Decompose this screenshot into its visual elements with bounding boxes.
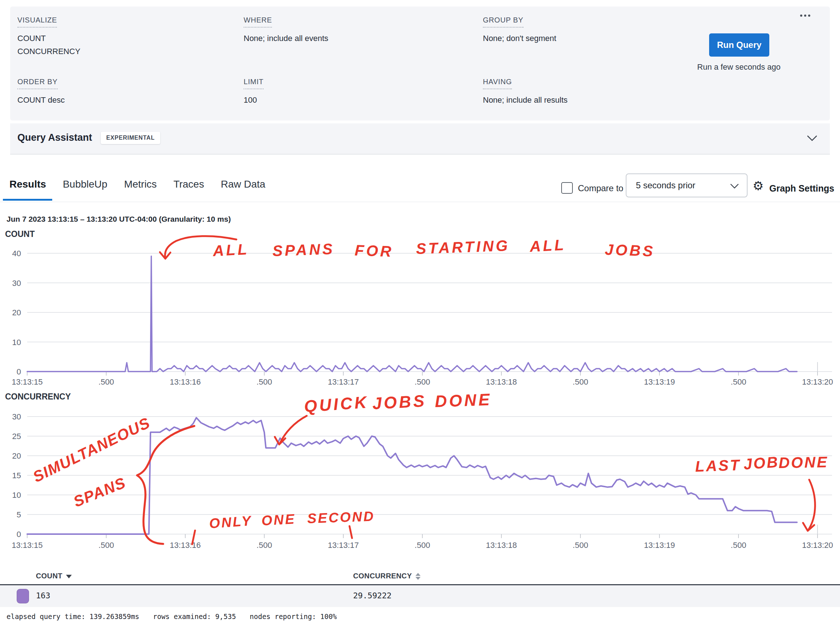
x-axis-tick-label: .500 (257, 541, 272, 550)
results-tabbar: Results BubbleUp Metrics Traces Raw Data (9, 178, 265, 190)
x-axis-tick-label: .500 (415, 377, 430, 387)
order-by-value[interactable]: COUNT desc (17, 94, 64, 107)
x-axis-tick-label: 13:13:17 (328, 541, 359, 550)
x-axis-tick-label: .500 (731, 377, 747, 387)
count-cell: 163 (36, 591, 50, 600)
handwritten-stroke (280, 416, 307, 443)
query-assistant-title: Query Assistant (17, 132, 92, 143)
having-section: HAVING None; include all results (483, 78, 568, 107)
where-value[interactable]: None; include all events (243, 32, 329, 45)
y-axis-tick-label: 20 (12, 451, 21, 460)
chevron-down-icon[interactable] (806, 135, 817, 143)
y-axis-tick-label: 5 (17, 510, 21, 519)
count-chart: 01020304013:13:15.50013:13:16.50013:13:1… (12, 249, 833, 387)
handwritten-stroke (275, 437, 285, 445)
visualize-value-count[interactable]: COUNT (17, 32, 81, 45)
handwritten-word: ONLY (209, 513, 253, 531)
visualize-section: VISUALIZE COUNT CONCURRENCY (17, 16, 81, 58)
query-builder-panel: VISUALIZE COUNT CONCURRENCY WHERE None; … (10, 6, 830, 120)
count-series-line (27, 256, 797, 371)
tab-traces[interactable]: Traces (173, 178, 204, 190)
handwritten-stroke (160, 252, 170, 259)
run-query-button[interactable]: Run Query (709, 34, 769, 57)
having-value[interactable]: None; include all results (483, 94, 568, 107)
where-section: WHERE None; include all events (243, 16, 329, 45)
x-axis-tick-label: 13:13:17 (328, 377, 359, 387)
sort-icon (415, 573, 421, 580)
x-axis-tick-label: 13:13:19 (644, 541, 675, 550)
handwritten-word: JOB (743, 453, 779, 473)
query-results-page: VISUALIZE COUNT CONCURRENCY WHERE None; … (0, 0, 840, 623)
handwritten-word: ONE (261, 511, 296, 528)
tab-raw-data[interactable]: Raw Data (221, 178, 265, 190)
query-stats-footer: elapsed query time: 139.263859ms rows ex… (6, 612, 337, 620)
y-axis-tick-label: 20 (12, 308, 21, 317)
chevron-down-icon (730, 184, 739, 190)
x-axis-tick-label: 13:13:16 (170, 377, 201, 387)
handwritten-word: ALL (529, 236, 566, 255)
sort-desc-icon (66, 575, 72, 578)
tab-results[interactable]: Results (9, 178, 46, 190)
ellipsis-icon[interactable] (798, 12, 810, 18)
x-axis-tick-label: .500 (731, 541, 747, 550)
annotation-all-spans-note: ALLSPANSFORSTARTINGALLJOBS (160, 236, 655, 260)
compare-to-selected-option: 5 seconds prior (636, 180, 695, 190)
column-header-concurrency[interactable]: CONCURRENCY (353, 572, 421, 580)
handwritten-stroke (349, 526, 352, 538)
rows-examined-stat: rows examined: 9,535 (153, 612, 236, 620)
handwritten-stroke (165, 236, 236, 258)
group-by-value[interactable]: None; don't segment (483, 32, 556, 45)
series-color-swatch (17, 589, 29, 603)
annotation-simultaneous-note: SIMULTANEOUSSPANS (30, 414, 194, 544)
query-assistant-row: Query Assistant EXPERIMENTAL (10, 123, 830, 155)
handwritten-word: SECOND (307, 509, 375, 526)
count-chart-label: COUNT (5, 229, 35, 239)
order-by-label[interactable]: ORDER BY (17, 78, 58, 89)
table-row[interactable]: 163 29.59222 (0, 585, 840, 607)
handwritten-stroke (192, 531, 195, 544)
limit-section: LIMIT 100 (243, 78, 263, 107)
x-axis-tick-label: 13:13:19 (644, 377, 675, 387)
having-label[interactable]: HAVING (483, 78, 512, 89)
y-axis-tick-label: 25 (12, 432, 21, 441)
gridlines: 051015202530 (12, 412, 832, 539)
x-axis-tick-label: .500 (99, 377, 114, 387)
column-header-count[interactable]: COUNT (36, 572, 72, 580)
visualize-value-concurrency[interactable]: CONCURRENCY (17, 45, 81, 58)
last-run-status: Run a few seconds ago (695, 62, 782, 72)
y-axis-tick-label: 10 (12, 491, 21, 500)
y-axis-tick-label: 30 (12, 412, 21, 421)
x-axis-tick-label: 13:13:20 (802, 377, 833, 387)
group-by-section: GROUP BY None; don't segment (483, 16, 556, 45)
x-axis-tick-label: .500 (573, 377, 588, 387)
concurrency-series-line (27, 417, 797, 534)
concurrency-cell: 29.59222 (353, 591, 392, 600)
gridlines: 010203040 (12, 249, 832, 376)
concurrency-chart: 05101520253013:13:15.50013:13:16.50013:1… (12, 412, 833, 550)
tabbar-divider (0, 202, 840, 202)
x-axis-tick-label: .500 (573, 541, 588, 550)
time-range-header: Jun 7 2023 13:13:15 – 13:13:20 UTC-04:00… (6, 215, 231, 224)
compare-to-checkbox[interactable] (561, 182, 573, 194)
graph-settings-button[interactable]: Graph Settings (769, 183, 834, 194)
handwritten-word: DONE (778, 454, 828, 471)
compare-to-select[interactable]: 5 seconds prior (626, 173, 748, 197)
limit-label[interactable]: LIMIT (243, 78, 263, 89)
x-axis-tick-label: 13:13:15 (12, 377, 43, 387)
tab-metrics[interactable]: Metrics (124, 178, 157, 190)
annotation-last-job-note: LASTJOBDONE (695, 453, 829, 531)
handwritten-stroke (137, 426, 194, 544)
group-by-label[interactable]: GROUP BY (483, 16, 523, 28)
y-axis-tick-label: 0 (17, 530, 21, 539)
handwritten-word: JOBS (605, 241, 655, 260)
handwritten-word: QUICK (303, 393, 369, 416)
order-by-section: ORDER BY COUNT desc (17, 78, 64, 107)
where-label[interactable]: WHERE (243, 16, 272, 28)
annotation-one-second-note: ONLYONESECOND (192, 509, 375, 544)
compare-to-label: Compare to (578, 183, 623, 193)
visualize-label[interactable]: VISUALIZE (17, 16, 57, 28)
limit-value[interactable]: 100 (243, 94, 263, 107)
handwritten-word: LAST (695, 456, 741, 475)
gear-icon[interactable]: ⚙ (753, 178, 763, 193)
tab-bubbleup[interactable]: BubbleUp (63, 178, 107, 190)
